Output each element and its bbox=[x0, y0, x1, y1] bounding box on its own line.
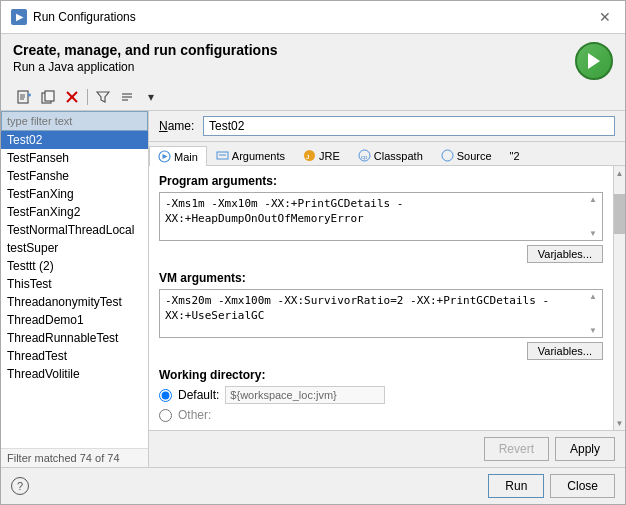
revert-button[interactable]: Revert bbox=[484, 437, 549, 461]
scroll-down-icon: ▼ bbox=[589, 229, 597, 238]
right-panel: Name: Main Arguments bbox=[149, 111, 625, 467]
main-content: Test02 TestFanseh TestFanshe TestFanXing… bbox=[1, 111, 625, 467]
program-args-label: Program arguments: bbox=[159, 174, 603, 188]
run-configurations-dialog: ▶ Run Configurations ✕ Create, manage, a… bbox=[0, 0, 626, 505]
list-item[interactable]: ThreadTest bbox=[1, 347, 148, 365]
jre-tab-icon: J bbox=[303, 149, 316, 162]
duplicate-button[interactable] bbox=[37, 86, 59, 108]
tab-jre-label: JRE bbox=[319, 150, 340, 162]
list-item[interactable]: testSuper bbox=[1, 239, 148, 257]
apply-button[interactable]: Apply bbox=[555, 437, 615, 461]
title-bar-left: ▶ Run Configurations bbox=[11, 9, 136, 25]
program-args-wrapper: ▲ ▼ bbox=[159, 192, 603, 241]
help-button[interactable]: ? bbox=[11, 477, 29, 495]
tabs-bar: Main Arguments J JRE bbox=[149, 142, 625, 166]
name-input[interactable] bbox=[203, 116, 615, 136]
workspace-value: ${workspace_loc:jvm} bbox=[225, 386, 385, 404]
tab-jre[interactable]: J JRE bbox=[294, 145, 349, 165]
tab-classpath-label: Classpath bbox=[374, 150, 423, 162]
list-item[interactable]: TestFanseh bbox=[1, 149, 148, 167]
default-radio[interactable] bbox=[159, 389, 172, 402]
name-label: Name: bbox=[159, 119, 197, 133]
other-radio-label: Other: bbox=[178, 408, 211, 422]
header-row: Create, manage, and run configurations R… bbox=[13, 42, 613, 80]
working-dir-label: Working directory: bbox=[159, 368, 603, 382]
program-args-variables-area: Varjables... bbox=[159, 245, 603, 263]
filter-button[interactable] bbox=[92, 86, 114, 108]
footer-bar: ? Run Close bbox=[1, 467, 625, 504]
vm-scroll-down-icon: ▼ bbox=[589, 326, 597, 335]
source-tab-icon bbox=[441, 149, 454, 162]
tab-main[interactable]: Main bbox=[149, 146, 207, 166]
scroll-bottom-arrow[interactable]: ▼ bbox=[616, 419, 624, 428]
svg-marker-11 bbox=[97, 92, 109, 102]
vm-variables-button[interactable]: Variables... bbox=[527, 342, 603, 360]
header-section: Create, manage, and run configurations R… bbox=[1, 34, 625, 84]
new-config-button[interactable] bbox=[13, 86, 35, 108]
list-footer: Filter matched 74 of 74 bbox=[1, 448, 148, 467]
arguments-tab-icon bbox=[216, 149, 229, 162]
tab-arguments[interactable]: Arguments bbox=[207, 145, 294, 165]
tab-more-label: "2 bbox=[510, 150, 520, 162]
other-radio[interactable] bbox=[159, 409, 172, 422]
svg-text:cp: cp bbox=[361, 154, 368, 160]
header-title: Create, manage, and run configurations bbox=[13, 42, 278, 58]
vm-args-scrollbar[interactable]: ▲ ▼ bbox=[586, 292, 600, 335]
tab-source[interactable]: Source bbox=[432, 145, 501, 165]
vm-scroll-up-icon: ▲ bbox=[589, 292, 597, 301]
list-item[interactable]: Testtt (2) bbox=[1, 257, 148, 275]
list-item[interactable]: ThreadDemo1 bbox=[1, 311, 148, 329]
program-args-textarea[interactable] bbox=[160, 193, 602, 237]
program-args-scrollbar[interactable]: ▲ ▼ bbox=[586, 195, 600, 238]
left-panel: Test02 TestFanseh TestFanshe TestFanXing… bbox=[1, 111, 149, 467]
close-window-button[interactable]: ✕ bbox=[595, 7, 615, 27]
config-list: Test02 TestFanseh TestFanshe TestFanXing… bbox=[1, 131, 148, 448]
close-button[interactable]: Close bbox=[550, 474, 615, 498]
right-scrollbar[interactable]: ▲ ▼ bbox=[613, 166, 625, 430]
run-circle-button[interactable] bbox=[575, 42, 613, 80]
default-radio-label: Default: bbox=[178, 388, 219, 402]
other-radio-row: Other: bbox=[159, 408, 603, 422]
bottom-right-buttons: Revert Apply bbox=[484, 437, 615, 461]
tab-classpath[interactable]: cp Classpath bbox=[349, 145, 432, 165]
scrollbar-thumb[interactable] bbox=[614, 194, 625, 234]
more-button[interactable]: ▾ bbox=[140, 86, 162, 108]
filter-input[interactable] bbox=[1, 111, 148, 131]
collapse-button[interactable] bbox=[116, 86, 138, 108]
list-item[interactable]: ThreadVolitile bbox=[1, 365, 148, 383]
footer-buttons: Run Close bbox=[488, 474, 615, 498]
vm-args-label: VM arguments: bbox=[159, 271, 603, 285]
name-row: Name: bbox=[149, 111, 625, 142]
tab-arguments-label: Arguments bbox=[232, 150, 285, 162]
bottom-bar: Revert Apply bbox=[149, 430, 625, 467]
tab-source-label: Source bbox=[457, 150, 492, 162]
tab-more[interactable]: "2 bbox=[501, 145, 529, 165]
svg-marker-0 bbox=[588, 53, 600, 69]
default-radio-row: Default: ${workspace_loc:jvm} bbox=[159, 386, 603, 404]
list-item[interactable]: TestNormalThreadLocal bbox=[1, 221, 148, 239]
classpath-tab-icon: cp bbox=[358, 149, 371, 162]
run-button[interactable]: Run bbox=[488, 474, 544, 498]
header-text: Create, manage, and run configurations R… bbox=[13, 42, 278, 74]
svg-rect-8 bbox=[45, 91, 54, 101]
toolbar: ▾ bbox=[1, 84, 625, 111]
program-variables-button[interactable]: Varjables... bbox=[527, 245, 603, 263]
list-item[interactable]: ThreadRunnableTest bbox=[1, 329, 148, 347]
scroll-up-icon: ▲ bbox=[589, 195, 597, 204]
tab-main-label: Main bbox=[174, 151, 198, 163]
list-item[interactable]: Test02 bbox=[1, 131, 148, 149]
header-subtitle: Run a Java application bbox=[13, 60, 278, 74]
list-item[interactable]: ThisTest bbox=[1, 275, 148, 293]
svg-text:J: J bbox=[306, 154, 309, 160]
list-item[interactable]: TestFanXing bbox=[1, 185, 148, 203]
list-item[interactable]: TestFanshe bbox=[1, 167, 148, 185]
list-item[interactable]: TestFanXing2 bbox=[1, 203, 148, 221]
vm-args-textarea[interactable] bbox=[160, 290, 602, 334]
scroll-top-arrow[interactable]: ▲ bbox=[616, 169, 624, 178]
toolbar-separator bbox=[87, 89, 88, 105]
delete-button[interactable] bbox=[61, 86, 83, 108]
title-bar: ▶ Run Configurations ✕ bbox=[1, 1, 625, 34]
vm-args-wrapper: ▲ ▼ bbox=[159, 289, 603, 338]
dialog-title: Run Configurations bbox=[33, 10, 136, 24]
list-item[interactable]: ThreadanonymityTest bbox=[1, 293, 148, 311]
